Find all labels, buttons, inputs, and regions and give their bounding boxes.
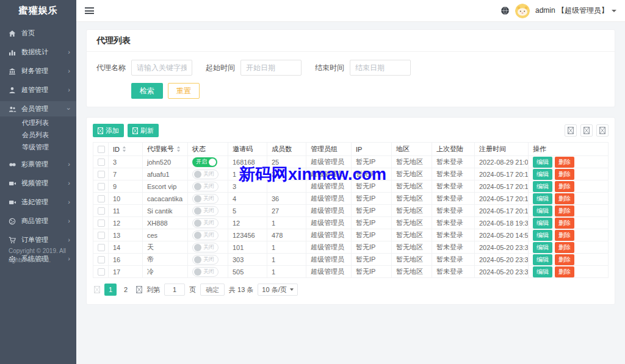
cell-id: 12: [109, 217, 143, 229]
video-icon: [9, 199, 17, 206]
sidebar-item-orders[interactable]: 订单管理›: [0, 232, 76, 248]
cell-region: 暂无地区: [392, 241, 432, 254]
cell-admin-group: 超级管理员: [306, 229, 352, 241]
status-toggle-off[interactable]: 关闭: [192, 255, 219, 265]
cell-status: 关闭: [188, 254, 228, 266]
status-toggle-off[interactable]: 关闭: [192, 170, 219, 179]
column-header[interactable]: ID: [109, 143, 143, 156]
row-checkbox[interactable]: [98, 159, 105, 166]
row-checkbox[interactable]: [98, 232, 105, 239]
sidebar-subitem-level-manage[interactable]: 等级管理: [0, 141, 76, 153]
delete-button[interactable]: 删除: [555, 157, 574, 168]
table-tool-button[interactable]: [565, 124, 577, 137]
table-row: 11Si cantik关闭527超级管理员暂无IP暂无地区暂未登录2024-05…: [93, 205, 609, 217]
sidebar-item-goods[interactable]: 商品管理›: [0, 213, 76, 229]
sidebar-item-super-admin[interactable]: 超管管理›: [0, 82, 76, 98]
sidebar-item-stats[interactable]: 数据统计›: [0, 45, 76, 60]
status-toggle-off[interactable]: 关闭: [192, 230, 219, 240]
refresh-button[interactable]: 刷新: [128, 124, 159, 137]
edit-button[interactable]: 编辑: [533, 169, 552, 180]
sidebar-item-video[interactable]: 视频管理›: [0, 176, 76, 191]
edit-button[interactable]: 编辑: [533, 266, 552, 277]
page-number-2[interactable]: 2: [120, 284, 132, 296]
sidebar-item-home[interactable]: 首页: [0, 26, 76, 41]
status-off-label: 关闭: [203, 194, 214, 202]
edit-button[interactable]: 编辑: [533, 218, 552, 229]
goto-page-input[interactable]: [164, 284, 185, 296]
delete-button[interactable]: 删除: [555, 242, 574, 253]
cell-admin-group: 超级管理员: [306, 205, 352, 217]
page-size-select[interactable]: 10 条/页: [258, 284, 297, 296]
edit-button[interactable]: 编辑: [533, 254, 552, 265]
status-toggle-on[interactable]: 开启: [192, 157, 217, 167]
status-toggle-off[interactable]: 关闭: [192, 206, 219, 216]
sort-icon[interactable]: [176, 146, 181, 152]
cell-reg-time: 2024-05-20 14:55: [475, 229, 529, 241]
status-off-label: 关闭: [203, 231, 214, 239]
edit-button[interactable]: 编辑: [533, 181, 552, 192]
cell-status: 关闭: [188, 229, 228, 241]
sort-icon[interactable]: [122, 146, 126, 152]
cell-admin-group: 超级管理员: [306, 241, 352, 254]
user-menu[interactable]: admin 【超级管理员】: [535, 5, 616, 16]
row-checkbox[interactable]: [98, 244, 105, 251]
agent-name-input[interactable]: [131, 60, 192, 76]
edit-button[interactable]: 编辑: [533, 157, 552, 168]
edit-button[interactable]: 编辑: [533, 242, 552, 253]
avatar[interactable]: [515, 4, 530, 18]
cell-account: ces: [143, 229, 188, 241]
row-checkbox[interactable]: [98, 171, 105, 178]
row-checkbox[interactable]: [98, 268, 105, 276]
sidebar-item-members[interactable]: 会员管理›: [0, 101, 76, 116]
end-time-input[interactable]: [350, 60, 411, 76]
status-toggle-off[interactable]: 关闭: [192, 182, 219, 191]
add-button[interactable]: 添加: [93, 124, 124, 137]
delete-button[interactable]: 删除: [555, 266, 574, 277]
sidebar-subitem-agent-list[interactable]: 代理列表: [0, 116, 76, 129]
sidebar-subitem-member-list[interactable]: 会员列表: [0, 129, 76, 141]
status-toggle-off[interactable]: 关闭: [192, 243, 219, 252]
delete-button[interactable]: 删除: [555, 254, 574, 265]
start-time-input[interactable]: [240, 60, 302, 76]
edit-button[interactable]: 编辑: [533, 230, 552, 241]
search-button[interactable]: 检索: [131, 83, 163, 99]
cell-invite-code: 168168: [228, 156, 267, 168]
delete-button[interactable]: 删除: [555, 181, 574, 192]
page-number-1[interactable]: 1: [104, 284, 117, 296]
hamburger-menu-icon[interactable]: [85, 6, 94, 16]
status-toggle-off[interactable]: 关闭: [192, 194, 219, 204]
table-tool-button[interactable]: [580, 124, 593, 137]
sidebar-item-finance[interactable]: 财务管理›: [0, 63, 76, 79]
delete-button[interactable]: 删除: [555, 218, 574, 229]
cell-last-login: 暂未登录: [432, 229, 475, 241]
next-page-icon[interactable]: [136, 286, 142, 293]
table-tool-button[interactable]: [596, 124, 609, 137]
caret-down-icon: [612, 10, 616, 12]
sidebar-item-escort[interactable]: 选妃管理›: [0, 194, 76, 210]
delete-button[interactable]: 删除: [555, 205, 574, 216]
cell-ip: 暂无IP: [352, 168, 392, 180]
delete-button[interactable]: 删除: [555, 169, 574, 180]
select-all-checkbox[interactable]: [98, 146, 105, 153]
row-checkbox[interactable]: [98, 195, 105, 202]
edit-button[interactable]: 编辑: [533, 193, 552, 204]
globe-icon[interactable]: [500, 6, 510, 15]
edit-button[interactable]: 编辑: [533, 205, 552, 216]
row-checkbox[interactable]: [98, 207, 105, 215]
goto-confirm-button[interactable]: 确定: [200, 284, 225, 296]
prev-page-icon[interactable]: [94, 286, 100, 293]
row-checkbox[interactable]: [98, 183, 105, 190]
status-toggle-off[interactable]: 关闭: [192, 218, 219, 228]
cell-region: 暂无地区: [392, 156, 432, 168]
sidebar-item-lottery[interactable]: 彩票管理›: [0, 157, 76, 172]
delete-button[interactable]: 删除: [555, 230, 574, 241]
table-row: 16帝关闭3031超级管理员暂无IP暂无地区暂未登录2024-05-20 23:…: [93, 254, 609, 266]
cell-last-login: 暂未登录: [432, 168, 475, 180]
page-size-value: 10 条/页: [262, 285, 286, 294]
delete-button[interactable]: 删除: [555, 193, 574, 204]
status-toggle-off[interactable]: 关闭: [192, 267, 219, 277]
row-checkbox[interactable]: [98, 256, 105, 263]
row-checkbox[interactable]: [98, 219, 105, 227]
column-header[interactable]: 代理账号: [143, 143, 188, 156]
reset-button[interactable]: 重置: [168, 83, 200, 99]
